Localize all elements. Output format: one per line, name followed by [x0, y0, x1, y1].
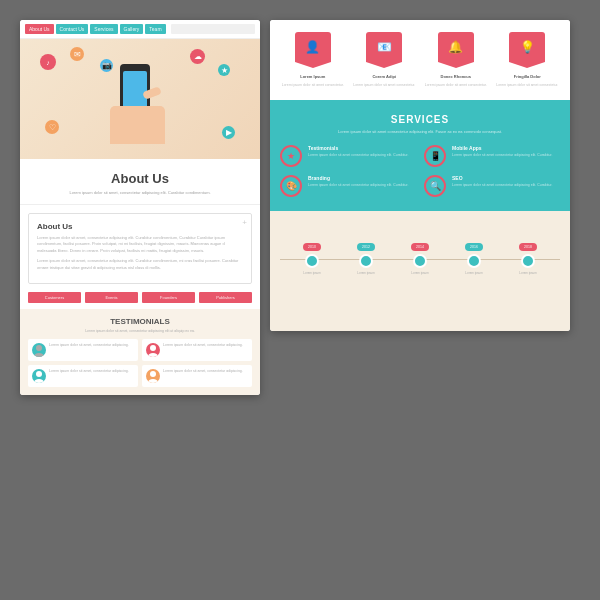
services-grid: ★ Testimonials Lorem ipsum dolor sit ame… [280, 145, 560, 197]
service-name-2: Branding [308, 175, 408, 181]
feature-item-1: 📧 Corem Adipi Lorem ipsum dolor sit amet… [352, 32, 418, 88]
plus-icon[interactable]: + [242, 218, 247, 227]
avatar-4 [146, 369, 160, 383]
bubble-2: ✉ [70, 47, 84, 61]
service-icon-2: 🎨 [280, 175, 302, 197]
feature-icon-box-3: 💡 [509, 32, 545, 62]
feature-icon-box-1: 📧 [366, 32, 402, 62]
nav-gallery[interactable]: Gallery [120, 24, 144, 34]
feature-icon-box-2: 🔔 [438, 32, 474, 62]
service-text-1: Mobile Apps Lorem ipsum dolor sit amet c… [452, 145, 552, 158]
nav-services[interactable]: Services [90, 24, 117, 34]
about-box: + About Us Lorem ipsum dolor sit amet, c… [28, 213, 252, 284]
btn-publishers[interactable]: Publishers [199, 292, 252, 303]
feature-item-0: 👤 Lorem Ipsum Lorem ipsum dolor sit amet… [280, 32, 346, 88]
node-label-1: 2012 [357, 243, 375, 251]
search-bar[interactable] [171, 24, 255, 34]
node-sub-4: Lorem ipsum [519, 271, 536, 275]
node-circle-0 [305, 254, 319, 268]
timeline-node-3: 2016 Lorem ipsum [465, 243, 483, 275]
testimonial-card-2: Lorem ipsum dolor sit amet, consectetur … [142, 339, 252, 361]
svg-point-7 [148, 379, 158, 383]
node-circle-4 [521, 254, 535, 268]
svg-point-0 [36, 345, 42, 351]
features-section: 👤 Lorem Ipsum Lorem ipsum dolor sit amet… [270, 20, 570, 100]
service-icon-1: 📱 [424, 145, 446, 167]
svg-point-5 [34, 379, 44, 383]
service-name-3: SEO [452, 175, 552, 181]
testimonials-desc: Lorem ipsum dolor sit amet, consectetur … [28, 329, 252, 333]
feature-icon-0: 👤 [305, 40, 320, 54]
testimonial-text-1: Lorem ipsum dolor sit amet, consectetur … [49, 343, 129, 348]
node-label-0: 2010 [303, 243, 321, 251]
service-desc-3: Lorem ipsum dolor sit amet consectetur a… [452, 183, 552, 188]
timeline-node-2: 2014 Lorem ipsum [411, 243, 429, 275]
node-circle-3 [467, 254, 481, 268]
svg-point-4 [36, 371, 42, 377]
services-title: SERVICES [280, 114, 560, 125]
feature-icon-1: 📧 [377, 40, 392, 54]
nav-team[interactable]: Team [145, 24, 165, 34]
bubble-7: ▶ [222, 126, 235, 139]
phone-hand-group [105, 54, 175, 144]
canvas: About Us Contact Us Services Gallery Tea… [10, 10, 590, 590]
feature-label-3: Fringilla Dolor [514, 74, 541, 79]
node-circle-1 [359, 254, 373, 268]
testimonials-title: TESTIMONIALS [28, 317, 252, 326]
node-circle-2 [413, 254, 427, 268]
timeline-container: 2010 Lorem ipsum 2012 Lorem ipsum 2014 L… [280, 223, 560, 295]
testimonial-grid: Lorem ipsum dolor sit amet, consectetur … [28, 339, 252, 387]
nav-contact[interactable]: Contact Us [56, 24, 89, 34]
testimonial-card-1: Lorem ipsum dolor sit amet, consectetur … [28, 339, 138, 361]
testimonial-card-4: Lorem ipsum dolor sit amet, consectetur … [142, 365, 252, 387]
node-sub-1: Lorem ipsum [357, 271, 374, 275]
btn-row: Customers Events Founders Publishers [28, 292, 252, 303]
testimonials-section: TESTIMONIALS Lorem ipsum dolor sit amet,… [20, 309, 260, 395]
testimonial-text-2: Lorem ipsum dolor sit amet, consectetur … [163, 343, 243, 348]
feature-label-2: Donec Rhoncus [441, 74, 471, 79]
services-desc: Lorem ipsum dolor sit amet consectetur a… [280, 129, 560, 135]
hand-shape [110, 106, 165, 144]
service-text-3: SEO Lorem ipsum dolor sit amet consectet… [452, 175, 552, 188]
node-label-4: 2018 [519, 243, 537, 251]
nav-about[interactable]: About Us [25, 24, 54, 34]
about-us-section: About Us Lorem ipsum dolor sit amet, con… [20, 159, 260, 205]
timeline-node-1: 2012 Lorem ipsum [357, 243, 375, 275]
feature-label-0: Lorem Ipsum [300, 74, 325, 79]
service-name-0: Testimonials [308, 145, 408, 151]
feature-item-2: 🔔 Donec Rhoncus Lorem ipsum dolor sit am… [423, 32, 489, 88]
service-item-2: 🎨 Branding Lorem ipsum dolor sit amet co… [280, 175, 416, 197]
left-panel: About Us Contact Us Services Gallery Tea… [20, 20, 260, 395]
features-grid: 👤 Lorem Ipsum Lorem ipsum dolor sit amet… [280, 32, 560, 88]
svg-point-6 [150, 371, 156, 377]
feature-desc-3: Lorem ipsum dolor sit amet consectetur. [496, 83, 558, 88]
services-section: SERVICES Lorem ipsum dolor sit amet cons… [270, 100, 570, 211]
svg-point-2 [150, 345, 156, 351]
testimonial-text-4: Lorem ipsum dolor sit amet, consectetur … [163, 369, 243, 374]
about-us-title: About Us [30, 171, 250, 186]
testimonial-text-3: Lorem ipsum dolor sit amet, consectetur … [49, 369, 129, 374]
service-text-0: Testimonials Lorem ipsum dolor sit amet … [308, 145, 408, 158]
svg-point-1 [34, 353, 44, 357]
node-label-2: 2014 [411, 243, 429, 251]
timeline-node-4: 2018 Lorem ipsum [519, 243, 537, 275]
about-box-text1: Lorem ipsum dolor sit amet, consectetur … [37, 235, 243, 254]
service-icon-0: ★ [280, 145, 302, 167]
service-name-1: Mobile Apps [452, 145, 552, 151]
service-item-3: 🔍 SEO Lorem ipsum dolor sit amet consect… [424, 175, 560, 197]
btn-customers[interactable]: Customers [28, 292, 81, 303]
service-text-2: Branding Lorem ipsum dolor sit amet cons… [308, 175, 408, 188]
feature-item-3: 💡 Fringilla Dolor Lorem ipsum dolor sit … [495, 32, 561, 88]
node-sub-3: Lorem ipsum [465, 271, 482, 275]
btn-events[interactable]: Events [85, 292, 138, 303]
node-sub-2: Lorem ipsum [411, 271, 428, 275]
timeline-node-0: 2010 Lorem ipsum [303, 243, 321, 275]
service-icon-3: 🔍 [424, 175, 446, 197]
feature-desc-0: Lorem ipsum dolor sit amet consectetur. [282, 83, 344, 88]
node-sub-0: Lorem ipsum [303, 271, 320, 275]
timeline-section: 2010 Lorem ipsum 2012 Lorem ipsum 2014 L… [270, 211, 570, 331]
about-box-title: About Us [37, 222, 243, 231]
bubble-5: ★ [218, 64, 230, 76]
service-item-1: 📱 Mobile Apps Lorem ipsum dolor sit amet… [424, 145, 560, 167]
btn-founders[interactable]: Founders [142, 292, 195, 303]
